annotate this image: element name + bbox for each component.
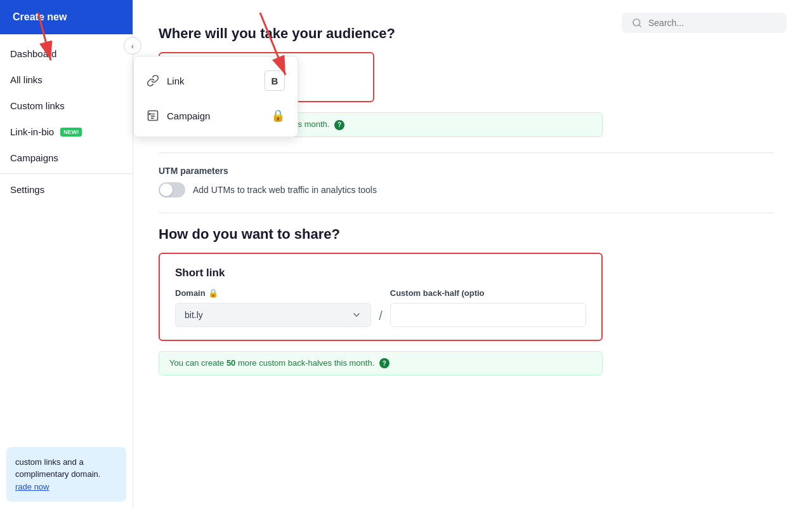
sidebar-item-link-in-bio[interactable]: Link-in-bio NEW! [0,119,133,145]
sidebar-item-settings[interactable]: Settings [0,177,133,203]
sidebar-divider [0,173,133,174]
search-input[interactable] [648,18,776,28]
slash-separator: / [379,309,383,323]
chevron-down-icon [351,310,362,320]
short-link-title: Short link [175,267,586,279]
info-banner-backhalf: You can create 50 more custom back-halve… [159,351,603,376]
domain-label: Domain 🔒 [175,288,371,298]
short-link-box: Short link Domain 🔒 bit.ly / Custom back… [159,253,603,341]
utm-section: UTM parameters Add UTMs to track web tra… [159,166,774,197]
new-badge: NEW! [60,128,82,137]
dropdown-link-label: Link [167,76,185,86]
create-new-button[interactable]: Create new [0,0,133,34]
dropdown-campaign-label: Campaign [167,110,210,121]
domain-value: bit.ly [185,310,203,320]
chevron-left-icon: ‹ [131,41,134,51]
promo-link[interactable]: rade now [15,482,49,491]
dropdown-menu: Link B Campaign 🔒 [133,56,298,137]
utm-title: UTM parameters [159,166,774,176]
link-icon [147,74,159,87]
sidebar-item-label: Campaigns [10,152,58,163]
info-banner2-pre: You can create [169,358,226,368]
dropdown-item-left-link: Link [147,74,185,87]
short-link-row: Domain 🔒 bit.ly / Custom back-half (opti… [175,288,586,327]
help-icon[interactable]: ? [334,120,344,130]
campaign-icon [147,109,159,122]
promo-text: custom links and a complimentary domain. [15,457,100,479]
domain-select[interactable]: bit.ly [175,303,371,327]
domain-label-text: Domain [175,288,206,298]
dropdown-link-badge: B [265,70,285,91]
toggle-knob [160,184,173,196]
search-bar [622,13,787,33]
help-icon-2[interactable]: ? [379,358,390,368]
sidebar-collapse-button[interactable]: ‹ [124,37,141,55]
sidebar-item-label: Settings [10,184,44,195]
domain-lock-icon: 🔒 [208,288,218,298]
sidebar-promo: custom links and a complimentary domain.… [6,447,126,502]
backhalf-label: Custom back-half (optio [390,288,586,298]
sidebar-item-custom-links[interactable]: Custom links [0,93,133,119]
sidebar-item-label: Custom links [10,100,65,111]
sidebar-item-label: Link-in-bio [10,126,54,137]
dropdown-item-left-campaign: Campaign [147,109,210,122]
divider1 [159,152,774,153]
toggle-row: Add UTMs to track web traffic in analyti… [159,182,774,197]
sidebar-item-label: Dashboard [10,48,56,59]
sidebar-nav: Dashboard All links Custom links Link-in… [0,34,133,441]
sidebar-item-dashboard[interactable]: Dashboard [0,41,133,67]
domain-group: Domain 🔒 bit.ly [175,288,371,327]
utm-toggle-label: Add UTMs to track web traffic in analyti… [193,185,377,195]
lock-icon: 🔒 [271,109,285,123]
backhalf-group: Custom back-half (optio [390,288,586,327]
sidebar-item-all-links[interactable]: All links [0,67,133,93]
svg-point-1 [149,114,150,115]
backhalf-input[interactable] [390,303,586,327]
dropdown-item-link[interactable]: Link B [134,62,298,100]
sidebar-item-label: All links [10,74,43,85]
sidebar: Create new ‹ Dashboard All links Custom … [0,0,133,508]
dropdown-item-campaign[interactable]: Campaign 🔒 [134,100,298,131]
sidebar-item-campaigns[interactable]: Campaigns [0,145,133,171]
info-banner2-count: 50 [226,358,235,368]
utm-toggle[interactable] [159,182,185,197]
svg-line-3 [639,25,641,27]
section2-title: How do you want to share? [159,226,774,243]
info-banner2-post: more custom back-halves this month. [235,358,374,368]
search-icon [632,18,642,28]
divider2 [159,213,774,213]
